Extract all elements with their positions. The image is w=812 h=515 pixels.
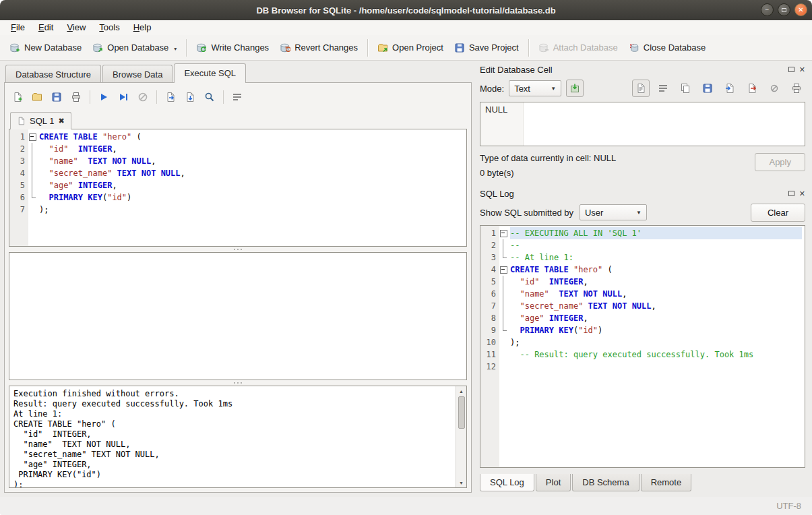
execute-all-button[interactable] xyxy=(95,88,113,106)
attach-database-button: Attach Database xyxy=(533,40,623,56)
revert-changes-icon xyxy=(280,42,290,53)
encoding-indicator[interactable]: UTF-8 xyxy=(776,501,801,511)
export-file-button[interactable] xyxy=(743,80,761,97)
sql-code: CREATE TABLE "hero" ( "id" INTEGER, "nam… xyxy=(37,129,466,246)
splitter-handle[interactable] xyxy=(9,247,467,252)
dock-close-icon[interactable]: ✕ xyxy=(799,190,805,197)
export-file-icon xyxy=(747,83,757,94)
mode-combobox[interactable]: Text ▼ xyxy=(509,80,561,96)
find-replace-button[interactable] xyxy=(201,88,218,106)
menu-edit[interactable]: Edit xyxy=(32,20,60,35)
clear-log-button[interactable]: Clear xyxy=(751,204,805,222)
edit-cell-dock-title: Edit Database Cell xyxy=(480,65,553,75)
export-icon xyxy=(165,92,176,102)
export-button[interactable] xyxy=(162,88,179,106)
window-title: DB Browser for SQLite - /home/user/code/… xyxy=(256,5,555,16)
open-project-button[interactable]: Open Project xyxy=(372,40,449,56)
log-filter-value: User xyxy=(585,208,603,218)
splitter-handle[interactable] xyxy=(9,380,467,386)
log-filter-combobox[interactable]: User ▼ xyxy=(580,204,647,220)
maximize-button[interactable] xyxy=(778,3,790,16)
new-tab-button[interactable] xyxy=(9,88,26,106)
cell-type-info: Type of data currently in cell: NULL xyxy=(480,153,616,163)
save-project-icon xyxy=(454,42,465,53)
dock-tab-db-schema[interactable]: DB Schema xyxy=(572,474,639,491)
text-mode-button[interactable] xyxy=(632,80,650,97)
import-button[interactable] xyxy=(566,80,584,97)
menu-view[interactable]: View xyxy=(60,20,92,35)
close-tab-icon[interactable]: ✖ xyxy=(58,117,64,125)
fold-margin[interactable] xyxy=(28,129,37,246)
close-database-icon xyxy=(629,42,639,53)
save-button[interactable] xyxy=(699,80,716,97)
sql-log-view[interactable]: 123456789101112 -- EXECUTING ALL IN 'SQL… xyxy=(480,225,805,468)
import-file-button[interactable] xyxy=(721,80,739,97)
execute-current-line-icon xyxy=(118,92,129,102)
open-sql-file-button[interactable] xyxy=(28,88,46,106)
results-pane[interactable] xyxy=(9,252,467,380)
new-database-button[interactable]: New Database xyxy=(4,40,87,56)
title-bar: DB Browser for SQLite - /home/user/code/… xyxy=(0,0,812,20)
dock-float-icon[interactable] xyxy=(788,191,794,196)
save-icon xyxy=(702,83,713,94)
menu-bar: File Edit View Tools Help xyxy=(0,20,812,35)
dock-tab-plot[interactable]: Plot xyxy=(536,474,571,491)
close-button[interactable]: ✕ xyxy=(794,3,807,16)
output-scrollbar[interactable]: ▲ ▼ xyxy=(456,386,466,487)
chevron-down-icon: ▼ xyxy=(636,210,642,216)
scrollbar-thumb[interactable] xyxy=(458,396,465,429)
dock-tab-bar: SQL Log Plot DB Schema Remote xyxy=(478,475,807,493)
sql-editor[interactable]: 1234567 CREATE TABLE "hero" ( "id" INTEG… xyxy=(9,129,467,247)
execution-output-text: Execution finished without errors. Resul… xyxy=(9,386,456,487)
write-changes-button[interactable]: Write Changes xyxy=(191,40,274,56)
tab-execute-sql[interactable]: Execute SQL xyxy=(174,63,246,83)
word-wrap-button[interactable] xyxy=(228,88,246,106)
open-database-button[interactable]: Open Database ▾ xyxy=(87,40,182,56)
save-sql-file-icon xyxy=(51,92,62,102)
find-replace-icon xyxy=(204,92,215,102)
scroll-up-icon[interactable]: ▲ xyxy=(456,386,466,396)
status-bar: UTF-8 xyxy=(0,497,812,515)
set-null-button[interactable] xyxy=(766,80,783,97)
print-button[interactable] xyxy=(67,88,85,106)
menu-help[interactable]: Help xyxy=(127,20,158,35)
dock-tab-remote[interactable]: Remote xyxy=(641,474,692,491)
tab-browse-data[interactable]: Browse Data xyxy=(102,65,173,83)
open-database-icon xyxy=(92,42,103,53)
sql-doc-tab[interactable]: SQL 1 ✖ xyxy=(10,112,71,129)
save-project-button[interactable]: Save Project xyxy=(449,40,524,56)
chevron-down-icon: ▼ xyxy=(551,86,556,92)
sql-log-dock-title: SQL Log xyxy=(480,189,514,199)
minimize-button[interactable]: − xyxy=(761,3,774,16)
fold-margin[interactable] xyxy=(499,226,508,467)
revert-changes-button[interactable]: Revert Changes xyxy=(274,40,363,56)
save-sql-file-button[interactable] xyxy=(48,88,65,106)
execute-current-line-button[interactable] xyxy=(115,88,132,106)
open-sql-file-icon xyxy=(32,92,42,102)
dock-close-icon[interactable]: ✕ xyxy=(799,66,805,73)
close-database-button[interactable]: Close Database xyxy=(623,40,712,56)
cell-info-row: Type of data currently in cell: NULL 0 b… xyxy=(478,153,807,178)
open-database-dropdown[interactable]: ▾ xyxy=(174,46,177,53)
execution-output-pane[interactable]: Execution finished without errors. Resul… xyxy=(9,386,467,488)
cell-value-editor[interactable]: NULL xyxy=(480,102,805,146)
scroll-down-icon[interactable]: ▼ xyxy=(456,478,466,487)
dock-float-icon[interactable] xyxy=(788,67,794,72)
sql-log-code: -- EXECUTING ALL IN 'SQL 1'---- At line … xyxy=(508,226,805,467)
print-button[interactable] xyxy=(788,80,805,97)
execute-sql-frame: SQL 1 ✖ 1234567 CREATE TABLE "hero" ( "i… xyxy=(4,82,472,493)
dock-tab-sql-log[interactable]: SQL Log xyxy=(480,474,534,491)
save-results-button[interactable] xyxy=(181,88,199,106)
menu-tools[interactable]: Tools xyxy=(92,20,126,35)
apply-button: Apply xyxy=(755,153,805,171)
new-database-label: New Database xyxy=(24,42,82,53)
word-wrap-icon xyxy=(232,92,243,102)
attach-database-label: Attach Database xyxy=(553,42,618,53)
main-tab-bar: Database Structure Browse Data Execute S… xyxy=(4,62,472,82)
copy-button[interactable] xyxy=(677,80,694,97)
tab-database-structure[interactable]: Database Structure xyxy=(5,65,101,83)
toolbar-separator xyxy=(186,39,187,57)
word-wrap-button[interactable] xyxy=(654,80,672,97)
open-project-label: Open Project xyxy=(392,42,443,53)
menu-file[interactable]: File xyxy=(4,20,32,35)
